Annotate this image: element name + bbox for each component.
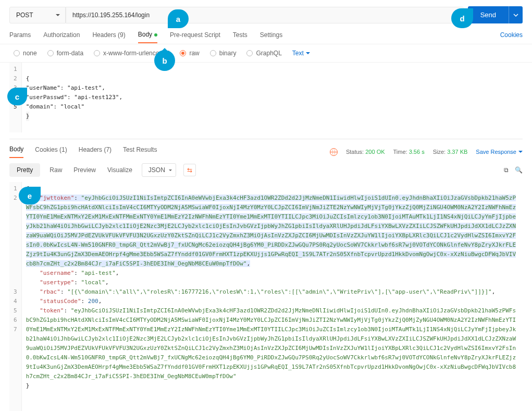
tab-headers[interactable]: Headers (9) <box>92 31 125 43</box>
request-body-editor[interactable]: { "userName": "api-test", "userPasswd": … <box>22 63 523 132</box>
save-response-dropdown[interactable]: Save Response <box>476 149 523 155</box>
tab-params[interactable]: Params <box>9 31 31 43</box>
chevron-down-icon <box>513 13 518 18</box>
http-method-select[interactable]: POST <box>9 7 66 23</box>
view-preview[interactable]: Preview <box>71 163 98 177</box>
radio-icon <box>47 50 54 56</box>
radio-icon <box>14 50 20 56</box>
radio-icon <box>94 50 100 56</box>
status-label: Status: 200 OK <box>346 149 385 155</box>
chevron-down-icon <box>306 52 310 56</box>
copy-icon[interactable]: ⧉ <box>504 166 509 174</box>
resp-tab-cookies[interactable]: Cookies (1) <box>35 146 67 158</box>
tab-body-label: Body <box>138 31 152 38</box>
body-type-binary[interactable]: binary <box>210 50 237 57</box>
view-visualize[interactable]: Visualize <box>105 163 134 177</box>
size-label: Size: 3.37 KB <box>433 149 468 155</box>
body-type-none[interactable]: none <box>14 50 37 57</box>
body-type-raw[interactable]: raw <box>180 50 199 57</box>
body-type-formdata[interactable]: form-data <box>47 50 83 57</box>
send-dropdown[interactable] <box>509 6 523 23</box>
radio-icon-selected <box>180 50 186 56</box>
tab-body[interactable]: Body <box>138 31 157 43</box>
tab-authorization[interactable]: Authorization <box>43 31 80 43</box>
raw-type-select[interactable]: Text <box>292 50 310 57</box>
search-icon[interactable]: 🔍 <box>515 166 523 174</box>
cookies-link[interactable]: Cookies <box>500 31 523 43</box>
response-body-viewer[interactable]: { "jwttoken": "eyJhbGciOiJSUzI1NiIsImtpZ… <box>22 182 523 411</box>
view-pretty[interactable]: Pretty <box>9 163 40 177</box>
body-type-graphql[interactable]: GraphQL <box>246 50 281 57</box>
response-type-select[interactable]: JSON <box>142 163 176 177</box>
send-button[interactable]: Send <box>468 6 509 23</box>
tab-prerequest[interactable]: Pre-request Script <box>170 31 220 43</box>
radio-icon <box>246 50 253 56</box>
time-label: Time: 3.56 s <box>393 149 425 155</box>
editor-gutter: 12345 <box>9 63 22 132</box>
response-gutter: 12 34567 8 <box>9 182 22 411</box>
wrap-lines-button[interactable]: ⇆ <box>183 164 196 176</box>
globe-icon[interactable] <box>330 148 338 156</box>
url-input[interactable]: https://10.195.255.164/login <box>66 7 464 23</box>
resp-tab-testresults[interactable]: Test Results <box>123 146 157 158</box>
radio-icon <box>210 50 216 56</box>
view-raw[interactable]: Raw <box>47 163 64 177</box>
active-dot-icon <box>154 33 157 37</box>
tab-settings[interactable]: Settings <box>260 31 282 43</box>
resp-tab-body[interactable]: Body <box>9 146 23 158</box>
resp-tab-headers[interactable]: Headers (7) <box>79 146 112 158</box>
chevron-down-icon <box>518 151 523 155</box>
tab-tests[interactable]: Tests <box>233 31 248 43</box>
body-type-xwww[interactable]: x-www-form-urlencoded <box>94 50 169 57</box>
